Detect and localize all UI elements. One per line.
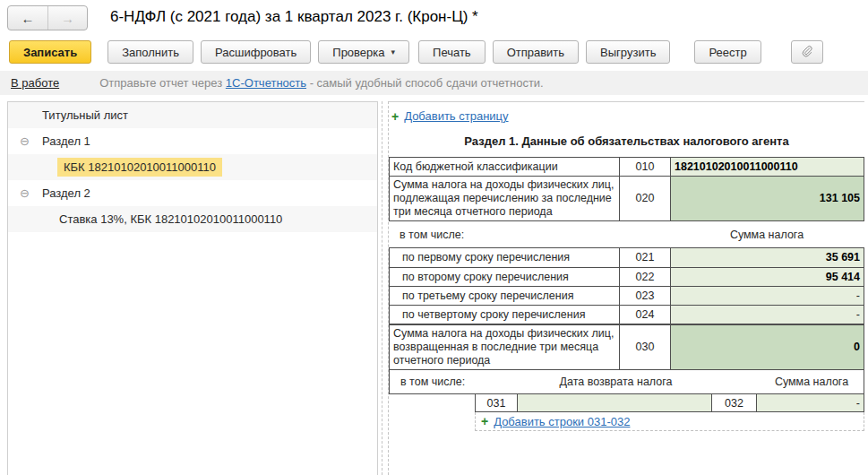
row-023-code: 023: [619, 286, 670, 305]
row-021-value-field[interactable]: 35 691: [670, 248, 864, 267]
including-label: в том числе:: [400, 229, 464, 241]
registry-button[interactable]: Реестр: [694, 40, 761, 64]
toolbar: Записать Заполнить Расшифровать Проверка…: [0, 40, 868, 67]
sections-tree-panel: Титульный лист ⊖ Раздел 1 КБК 1821010201…: [7, 101, 378, 475]
row-030-value-field[interactable]: 0: [670, 325, 864, 369]
tree-item-label: Ставка 13%, КБК 18210102010011000110: [8, 212, 282, 226]
title-bar: ← → 6-НДФЛ (с 2021 года) за 1 квартал 20…: [0, 0, 868, 38]
1c-reporting-link[interactable]: 1С-Отчетность: [226, 76, 306, 90]
back-arrow-icon: ←: [21, 11, 35, 26]
row-023-label: по третьему сроку перечисления: [390, 286, 619, 305]
row-031-spacer: [389, 394, 475, 412]
forward-arrow-icon: →: [61, 11, 74, 26]
row-031-date-field[interactable]: [518, 394, 712, 412]
row-020-code: 020: [619, 176, 670, 220]
add-rows-031-032-link[interactable]: Добавить строки 031-032: [494, 415, 630, 428]
row-021-code: 021: [619, 248, 670, 267]
row-031-code: 031: [475, 394, 518, 412]
status-message: Отправьте отчет через 1С-Отчетность - са…: [99, 76, 544, 90]
row-024-label: по четвертому сроку перечисления: [390, 305, 619, 324]
chevron-down-icon: ▾: [391, 48, 396, 56]
status-message-after: - самый удобный способ сдачи отчетности.: [306, 76, 544, 90]
including-header-1: в том числе: Сумма налога: [389, 221, 864, 247]
paperclip-icon: [800, 45, 814, 59]
table-block-2: по первому сроку перечисления 021 35 691…: [389, 247, 864, 324]
fill-button[interactable]: Заполнить: [107, 40, 193, 64]
attachments-button[interactable]: [791, 40, 823, 64]
section1-form-panel: + Добавить страницу Раздел 1. Данные об …: [389, 101, 864, 475]
panel-splitter[interactable]: [382, 101, 389, 475]
page-title: 6-НДФЛ (с 2021 года) за 1 квартал 2023 г…: [110, 8, 478, 26]
table-block-1: Код бюджетной классификации 010 18210102…: [389, 157, 864, 221]
add-page-link[interactable]: Добавить страницу: [404, 109, 508, 123]
collapse-icon[interactable]: ⊖: [20, 187, 30, 199]
check-button[interactable]: Проверка ▾: [318, 40, 409, 64]
collapse-icon[interactable]: ⊖: [20, 135, 30, 147]
nav-history-group: ← →: [7, 5, 88, 30]
back-button[interactable]: ←: [8, 6, 47, 30]
including-label: в том числе:: [400, 376, 465, 388]
forward-button[interactable]: →: [47, 6, 87, 30]
row-022-code: 022: [619, 267, 670, 286]
row-030-label: Сумма налога на доходы физических лиц, в…: [390, 325, 619, 369]
plus-icon: +: [391, 110, 399, 123]
add-rows-area: + Добавить строки 031-032: [475, 412, 864, 431]
save-button[interactable]: Записать: [9, 40, 91, 64]
report-state-link[interactable]: В работе: [11, 76, 59, 90]
tree-item-kbk-selected[interactable]: КБК 18210102010011000110: [8, 154, 377, 180]
row-020-value-field[interactable]: 131 105: [670, 176, 864, 220]
row-031-032: 031 032 -: [389, 394, 864, 412]
tree-item-title-page[interactable]: Титульный лист: [8, 102, 377, 128]
status-bar: В работе Отправьте отчет через 1С-Отчетн…: [0, 71, 868, 95]
unload-button[interactable]: Выгрузить: [586, 40, 670, 64]
sum-column-header: Сумма налога: [758, 376, 865, 388]
row-020-label: Сумма налога на доходы физических лиц, п…: [390, 176, 619, 220]
status-message-before: Отправьте отчет через: [99, 76, 226, 90]
row-024-value-field[interactable]: -: [670, 305, 864, 324]
section-title: Раздел 1. Данные об обязательствах налог…: [389, 134, 864, 148]
print-button[interactable]: Печать: [418, 40, 486, 64]
tree-item-label: КБК 18210102010011000110: [8, 160, 222, 174]
sum-column-header: Сумма налога: [669, 229, 864, 241]
row-010-label: Код бюджетной классификации: [390, 158, 619, 176]
row-024-code: 024: [619, 305, 670, 324]
tree-item-section-1[interactable]: ⊖ Раздел 1: [8, 128, 377, 154]
row-030-code: 030: [619, 325, 670, 369]
including-header-2: в том числе: Дата возврата налога Сумма …: [390, 369, 864, 393]
row-010-value-field[interactable]: 18210102010011000110: [670, 158, 864, 176]
check-button-label: Проверка: [332, 46, 384, 59]
return-date-column-header: Дата возврата налога: [519, 376, 713, 388]
decipher-button[interactable]: Расшифровать: [201, 40, 311, 64]
row-022-value-field[interactable]: 95 414: [670, 267, 864, 286]
plus-icon: +: [481, 415, 488, 428]
send-button[interactable]: Отправить: [493, 40, 579, 64]
row-032-value-field[interactable]: -: [757, 394, 864, 412]
add-page-row: + Добавить страницу: [391, 109, 864, 123]
row-022-label: по второму сроку перечисления: [390, 267, 619, 286]
row-010-code: 010: [619, 158, 670, 176]
row-023-value-field[interactable]: -: [670, 286, 864, 305]
row-032-code: 032: [712, 394, 757, 412]
selected-item-highlight: КБК 18210102010011000110: [57, 158, 222, 177]
table-block-3: Сумма налога на доходы физических лиц, в…: [389, 324, 864, 394]
tree-item-section-2[interactable]: ⊖ Раздел 2: [8, 180, 377, 206]
row-021-label: по первому сроку перечисления: [390, 248, 619, 267]
tree-item-label: Титульный лист: [8, 108, 128, 122]
tree-item-rate-13[interactable]: Ставка 13%, КБК 18210102010011000110: [8, 206, 377, 232]
